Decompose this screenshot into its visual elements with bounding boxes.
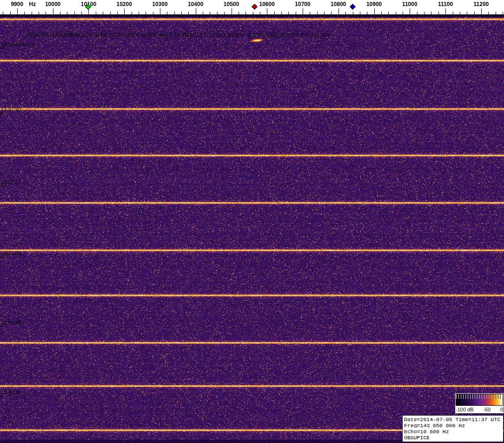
spectrogram-waterfall[interactable] xyxy=(0,15,504,443)
freq-minor-tick xyxy=(203,12,203,14)
colorbar-mid-label: -50 xyxy=(483,407,491,412)
freq-minor-tick xyxy=(324,12,325,14)
freq-tick-label: 11100 xyxy=(438,1,453,7)
colorbar-labels: -100 dB -50 0 xyxy=(456,406,503,413)
freq-minor-tick xyxy=(3,12,3,14)
freq-major-tick xyxy=(160,8,160,14)
freq-tick-label: 10700 xyxy=(295,1,310,7)
colorbar-legend: -100 dB -50 0 xyxy=(455,393,504,413)
freq-major-tick xyxy=(53,8,53,14)
freq-minor-tick xyxy=(239,12,239,14)
freq-minor-tick xyxy=(24,12,25,14)
freq-minor-tick xyxy=(431,12,431,14)
freq-tick-label: 10600 xyxy=(259,1,275,7)
freq-minor-tick xyxy=(460,12,460,14)
freq-minor-tick xyxy=(39,12,39,14)
freq-tick-label: 11200 xyxy=(474,1,489,7)
freq-tick-label: 10000 xyxy=(45,1,60,7)
freq-major-tick xyxy=(17,8,18,14)
freq-major-tick xyxy=(232,8,232,14)
freq-unit-label: Hz xyxy=(29,1,36,7)
freq-tick-label: 10200 xyxy=(117,1,132,7)
freq-minor-tick xyxy=(403,12,403,14)
freq-minor-tick xyxy=(132,12,132,14)
freq-minor-tick xyxy=(10,12,11,14)
freq-minor-tick xyxy=(253,12,253,14)
freq-minor-tick xyxy=(139,12,139,14)
station-info-box: Date=2014-07-05 Time=11:37 UTC Freq=143 … xyxy=(402,415,504,442)
colorbar-max-label: 0 xyxy=(500,407,503,412)
freq-minor-tick xyxy=(281,12,282,14)
freq-minor-tick xyxy=(381,12,382,14)
colorbar-min-label: -100 dB xyxy=(456,407,474,412)
freq-tick-label: 10900 xyxy=(366,1,382,7)
freq-major-tick xyxy=(196,8,196,14)
meteor-spectrogram-window: 9900100001010010200103001040010500106001… xyxy=(0,0,504,443)
freq-minor-tick xyxy=(417,12,418,14)
freq-minor-tick xyxy=(317,12,318,14)
freq-minor-tick xyxy=(274,12,275,14)
freq-minor-tick xyxy=(81,12,82,14)
freq-minor-tick xyxy=(96,12,96,14)
freq-major-tick xyxy=(124,8,125,14)
freq-minor-tick xyxy=(367,12,367,14)
freq-tick-label: 10800 xyxy=(331,1,346,7)
freq-minor-tick xyxy=(103,12,103,14)
freq-tick-label: 9900 xyxy=(11,1,23,7)
info-station: OBSUPICE xyxy=(404,435,502,441)
freq-minor-tick xyxy=(153,12,153,14)
freq-tick-label: 10400 xyxy=(188,1,203,7)
freq-major-tick xyxy=(267,8,267,14)
freq-minor-tick xyxy=(467,12,467,14)
freq-major-tick xyxy=(445,8,446,14)
freq-minor-tick xyxy=(353,12,353,14)
freq-minor-tick xyxy=(32,12,32,14)
freq-major-tick xyxy=(410,8,410,14)
freq-minor-tick xyxy=(474,12,475,14)
freq-major-tick xyxy=(338,8,339,14)
freq-minor-tick xyxy=(260,12,260,14)
freq-minor-tick xyxy=(117,12,118,14)
freq-tick-label: 11000 xyxy=(402,1,418,7)
freq-minor-tick xyxy=(296,12,296,14)
freq-major-tick xyxy=(481,8,482,14)
freq-minor-tick xyxy=(188,12,189,14)
freq-minor-tick xyxy=(245,12,246,14)
freq-minor-tick xyxy=(146,12,146,14)
freq-minor-tick xyxy=(288,12,289,14)
freq-minor-tick xyxy=(488,12,489,14)
freq-minor-tick xyxy=(331,12,332,14)
freq-minor-tick xyxy=(360,12,360,14)
freq-minor-tick xyxy=(453,12,453,14)
colorbar-gradient xyxy=(456,394,503,406)
freq-minor-tick xyxy=(174,12,175,14)
freq-minor-tick xyxy=(388,12,389,14)
info-frequency: Freq=143 050 000 Hz xyxy=(404,423,502,429)
frequency-ruler: 9900100001010010200103001040010500106001… xyxy=(0,0,504,15)
freq-minor-tick xyxy=(110,12,111,14)
freq-minor-tick xyxy=(74,12,75,14)
freq-minor-tick xyxy=(210,12,210,14)
freq-minor-tick xyxy=(224,12,225,14)
freq-major-tick xyxy=(374,8,375,14)
freq-minor-tick xyxy=(60,12,60,14)
red-cursor-marker[interactable] xyxy=(252,4,258,10)
freq-tick-label: 10300 xyxy=(152,1,167,7)
freq-tick-label: 10500 xyxy=(224,1,239,7)
freq-minor-tick xyxy=(46,12,46,14)
freq-major-tick xyxy=(88,8,89,14)
blue-cursor-marker[interactable] xyxy=(350,4,356,10)
info-echo: Echo=10 600 Hz xyxy=(404,429,502,435)
freq-minor-tick xyxy=(396,12,396,14)
freq-minor-tick xyxy=(310,12,310,14)
freq-minor-tick xyxy=(67,12,67,14)
freq-minor-tick xyxy=(424,12,424,14)
freq-minor-tick xyxy=(496,12,496,14)
freq-minor-tick xyxy=(345,12,346,14)
freq-minor-tick xyxy=(167,12,167,14)
colorbar-ticks xyxy=(456,394,503,399)
freq-major-tick xyxy=(303,8,303,14)
info-date-time: Date=2014-07-05 Time=11:37 UTC xyxy=(404,417,502,423)
freq-minor-tick xyxy=(438,12,439,14)
freq-minor-tick xyxy=(217,12,218,14)
